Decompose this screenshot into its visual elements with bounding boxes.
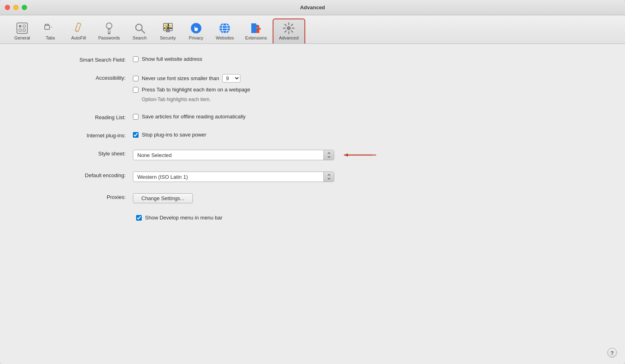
style-sheet-control: None Selected <box>133 150 376 160</box>
style-sheet-row: Style sheet: None Selected <box>0 150 625 160</box>
svg-line-37 <box>285 25 286 26</box>
toolbar: General + Tabs <box>0 15 625 44</box>
default-encoding-row: Default encoding: Western (ISO Latin 1) <box>0 172 625 182</box>
font-size-row: Never use font sizes smaller than 9 10 1… <box>133 74 250 83</box>
save-articles-checkbox[interactable] <box>133 114 139 120</box>
tab-autofill[interactable]: AutoFill <box>64 19 93 43</box>
style-sheet-label: Style sheet: <box>24 150 133 157</box>
svg-marker-42 <box>344 153 348 157</box>
tab-general[interactable]: General <box>8 19 36 43</box>
style-sheet-value: None Selected <box>133 152 323 158</box>
security-icon <box>161 22 174 35</box>
extensions-icon <box>250 22 263 35</box>
search-icon <box>133 22 146 35</box>
smart-search-label: Smart Search Field: <box>24 56 133 63</box>
change-settings-button[interactable]: Change Settings... <box>133 193 193 203</box>
window-title: Advanced <box>300 4 325 10</box>
accessibility-label: Accessibility: <box>24 74 133 81</box>
show-full-address-label: Show full website address <box>142 56 202 62</box>
tab-extensions[interactable]: Extensions <box>240 19 273 43</box>
svg-rect-10 <box>75 23 81 32</box>
show-develop-checkbox[interactable] <box>136 215 142 221</box>
svg-point-15 <box>108 30 110 31</box>
svg-line-39 <box>292 25 293 26</box>
stop-plugins-checkbox[interactable] <box>133 132 139 138</box>
accessibility-row: Accessibility: Never use font sizes smal… <box>0 74 625 102</box>
smart-search-row: Smart Search Field: Show full website ad… <box>0 56 625 63</box>
style-sheet-arrow[interactable] <box>323 150 334 160</box>
svg-text:+: + <box>50 25 52 29</box>
question-mark: ? <box>611 350 614 356</box>
tab-websites[interactable]: Websites <box>210 19 240 43</box>
close-button[interactable] <box>5 5 10 10</box>
press-tab-checkbox[interactable] <box>133 87 139 93</box>
press-tab-row: Press Tab to highlight each item on a we… <box>133 87 250 93</box>
tabs-icon: + <box>44 22 57 35</box>
help-button[interactable]: ? <box>607 348 617 358</box>
tab-tabs[interactable]: + Tabs <box>36 19 64 43</box>
show-develop-label: Show Develop menu in menu bar <box>145 215 222 221</box>
tab-websites-label: Websites <box>216 35 234 40</box>
internet-plugins-control: Stop plug-ins to save power <box>133 132 206 138</box>
svg-line-38 <box>292 31 293 32</box>
internet-plugins-label: Internet plug-ins: <box>24 132 133 139</box>
stop-plugins-label: Stop plug-ins to save power <box>142 132 206 138</box>
default-encoding-value: Western (ISO Latin 1) <box>133 174 323 180</box>
websites-icon <box>218 22 231 35</box>
reading-list-label: Reading List: <box>24 114 133 120</box>
reading-list-row: Reading List: Save articles for offline … <box>0 114 625 120</box>
save-articles-row: Save articles for offline reading automa… <box>133 114 246 120</box>
svg-rect-25 <box>166 29 170 32</box>
svg-rect-3 <box>19 29 21 31</box>
title-bar: Advanced <box>0 0 625 15</box>
proxies-label: Proxies: <box>24 193 133 200</box>
reading-list-control: Save articles for offline reading automa… <box>133 114 246 120</box>
svg-rect-4 <box>23 29 25 31</box>
show-full-address-checkbox[interactable] <box>133 56 139 62</box>
maximize-button[interactable] <box>22 5 27 10</box>
default-encoding-arrow[interactable] <box>323 172 334 182</box>
tab-tabs-label: Tabs <box>46 35 55 40</box>
tab-general-label: General <box>14 35 30 40</box>
traffic-lights <box>5 5 27 10</box>
default-encoding-control: Western (ISO Latin 1) <box>133 172 334 182</box>
tab-security-label: Security <box>160 35 176 40</box>
default-encoding-dropdown[interactable]: Western (ISO Latin 1) <box>133 172 334 182</box>
save-articles-label: Save articles for offline reading automa… <box>142 114 246 120</box>
stop-plugins-row: Stop plug-ins to save power <box>133 132 206 138</box>
svg-line-12 <box>77 24 81 25</box>
svg-rect-0 <box>17 23 27 33</box>
font-size-select: 9 10 11 12 <box>222 74 240 83</box>
passwords-icon <box>103 22 116 35</box>
default-encoding-label: Default encoding: <box>24 172 133 178</box>
svg-point-32 <box>287 26 291 30</box>
tab-privacy[interactable]: Privacy <box>182 19 210 43</box>
svg-rect-2 <box>23 25 25 27</box>
tab-search-label: Search <box>132 35 147 40</box>
show-full-address-row: Show full website address <box>133 56 202 62</box>
general-icon <box>16 22 29 35</box>
font-size-checkbox[interactable] <box>133 76 139 81</box>
svg-rect-5 <box>45 25 50 29</box>
tab-privacy-label: Privacy <box>189 35 203 40</box>
option-tab-hint: Option-Tab highlights each item. <box>142 97 250 102</box>
autofill-icon <box>72 22 85 35</box>
style-sheet-dropdown[interactable]: None Selected <box>133 150 334 160</box>
content-area: Smart Search Field: Show full website ad… <box>0 44 625 364</box>
tab-passwords[interactable]: Passwords <box>93 19 126 43</box>
tab-advanced-label: Advanced <box>279 35 299 40</box>
tab-passwords-label: Passwords <box>98 35 120 40</box>
proxies-row: Proxies: Change Settings... <box>0 193 625 203</box>
tab-extensions-label: Extensions <box>245 35 267 40</box>
tab-advanced[interactable]: Advanced <box>273 19 305 43</box>
show-develop-row: Show Develop menu in menu bar <box>0 215 625 221</box>
tab-security[interactable]: Security <box>154 19 182 43</box>
proxies-control: Change Settings... <box>133 193 193 203</box>
minimize-button[interactable] <box>13 5 19 10</box>
privacy-icon <box>190 22 203 35</box>
internet-plugins-row: Internet plug-ins: Stop plug-ins to save… <box>0 132 625 139</box>
accessibility-control: Never use font sizes smaller than 9 10 1… <box>133 74 250 102</box>
font-size-dropdown[interactable]: 9 10 11 12 <box>222 74 240 83</box>
tab-search[interactable]: Search <box>126 19 154 43</box>
font-size-label: Never use font sizes smaller than <box>142 75 219 81</box>
